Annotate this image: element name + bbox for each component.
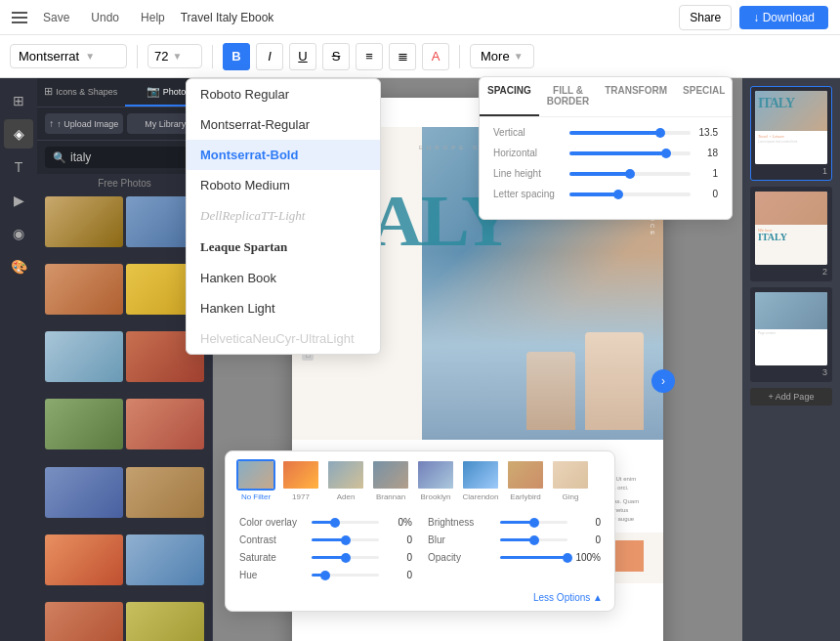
saturate-slider[interactable] [312, 556, 379, 559]
filter-label-brannan: Brannan [376, 492, 405, 501]
sidebar-icon-brand[interactable]: ◉ [4, 219, 33, 248]
filter-row-saturate: Saturate 0 [239, 552, 412, 563]
filter-item-1977[interactable]: 1977 [280, 459, 321, 501]
undo-button[interactable]: Undo [85, 9, 125, 26]
more-button[interactable]: More ▼ [470, 44, 534, 68]
font-option-hanken-book[interactable]: Hanken Book [187, 263, 380, 293]
font-size-selector[interactable]: 72 ▼ [147, 44, 202, 68]
page-thumbnail-3[interactable]: Page content 3 [750, 287, 832, 382]
photo-thumb[interactable] [126, 602, 204, 641]
color-overlay-value: 0% [385, 517, 412, 528]
spacing-tab-transform[interactable]: TRANSFORM [597, 77, 675, 116]
letterspacing-slider-fill [569, 192, 618, 196]
filter-controls-right: Brightness 0 Blur 0 Opacity [428, 517, 601, 580]
sidebar-icon-layout[interactable]: ⊞ [4, 86, 33, 115]
filter-item-no-filter[interactable]: No Filter [235, 459, 276, 501]
vertical-value: 13.5 [698, 127, 718, 138]
download-button[interactable]: ↓ Download [739, 6, 828, 29]
filter-item-aden[interactable]: Aden [325, 459, 366, 501]
share-button[interactable]: Share [679, 5, 732, 30]
page-preview-3: Page content [755, 292, 827, 365]
filter-row-brightness: Brightness 0 [428, 517, 601, 528]
toolbar-divider-2 [212, 45, 213, 68]
page-thumbnail-1[interactable]: ITALY Travel + Leisure Lorem ipsum text … [750, 86, 832, 181]
font-option-montserrat-bold[interactable]: Montserrat-Bold [187, 140, 380, 170]
photo-thumb[interactable] [126, 467, 204, 518]
blur-label: Blur [428, 534, 494, 545]
italic-button[interactable]: I [256, 43, 283, 70]
font-option-helvetica-ultra[interactable]: HelveticaNeuCyr-UltraLight [187, 323, 380, 354]
photo-thumb[interactable] [45, 399, 123, 449]
photo-thumb[interactable] [45, 602, 123, 641]
page-preview-2: We love ITALY [755, 192, 827, 265]
photo-thumb[interactable] [45, 331, 123, 382]
font-option-roboto-regular[interactable]: Roboto Regular [187, 79, 380, 109]
blur-slider[interactable] [500, 538, 567, 541]
filter-thumb-1977 [281, 459, 320, 491]
help-button[interactable]: Help [135, 9, 171, 26]
filter-item-earlybird[interactable]: Earlybird [505, 459, 546, 501]
less-options-button[interactable]: Less Options ▲ [226, 588, 614, 611]
photo-thumb[interactable] [45, 264, 123, 315]
photo-thumb[interactable] [126, 534, 204, 585]
text-color-button[interactable]: A [422, 43, 449, 70]
filter-label-1977: 1977 [292, 492, 310, 501]
spacing-tab-fill[interactable]: FILL & BORDER [539, 77, 597, 116]
sidebar-icon-text[interactable]: T [4, 152, 33, 182]
strikethrough-button[interactable]: S [322, 43, 350, 70]
spacing-row-lineheight: Line height 1 [493, 168, 718, 179]
page-thumbnail-2[interactable]: We love ITALY 2 [750, 187, 832, 281]
font-option-montserrat-regular[interactable]: Montserrat-Regular [187, 109, 380, 140]
filter-label-earlybird: Earlybird [510, 492, 541, 501]
lineheight-slider[interactable] [569, 172, 691, 176]
font-option-della-replica[interactable]: DellReplicaTT-Light [187, 200, 380, 232]
horizontal-slider[interactable] [569, 151, 691, 155]
menu-icon[interactable] [12, 12, 27, 23]
hue-slider[interactable] [312, 574, 379, 577]
filter-item-gingham[interactable]: Ging [550, 459, 591, 501]
letterspacing-slider[interactable] [569, 192, 691, 196]
filter-controls: Color overlay 0% Contrast 0 Saturate [226, 509, 614, 588]
underline-button[interactable]: U [289, 43, 316, 70]
sidebar-icon-graphics[interactable]: ◈ [4, 119, 33, 149]
vertical-slider[interactable] [569, 131, 691, 135]
sidebar-icon-theme[interactable]: 🎨 [4, 252, 33, 281]
photo-thumb[interactable] [45, 467, 123, 518]
bold-button[interactable]: B [223, 43, 250, 70]
search-input[interactable] [70, 150, 196, 164]
color-overlay-label: Color overlay [239, 517, 306, 528]
photo-thumb[interactable] [126, 399, 204, 449]
color-overlay-slider[interactable] [312, 521, 379, 524]
panel-tab-icons[interactable]: ⊞ Icons & Shapes [37, 78, 125, 107]
sidebar-icon-media[interactable]: ▶ [4, 186, 33, 215]
list-button[interactable]: ≣ [389, 43, 416, 70]
font-option-roboto-medium[interactable]: Roboto Medium [187, 170, 380, 200]
filter-item-clarendon[interactable]: Clarendon [460, 459, 501, 501]
contrast-slider[interactable] [312, 538, 379, 541]
save-button[interactable]: Save [37, 9, 75, 26]
opacity-slider[interactable] [500, 556, 567, 559]
filter-thumb-gingham [551, 459, 590, 491]
upload-image-button[interactable]: ↑ ↑ Upload Image [45, 113, 123, 134]
next-page-arrow[interactable]: › [651, 369, 675, 393]
filter-panel: No Filter 1977 Aden Brannan Brooklyn [225, 450, 615, 612]
align-button[interactable]: ≡ [356, 43, 383, 70]
font-family-selector[interactable]: Montserrat ▼ [10, 44, 127, 68]
search-icon: 🔍 [53, 151, 66, 164]
photo-thumb[interactable] [45, 196, 123, 247]
filter-item-brooklyn[interactable]: Brooklyn [415, 459, 456, 501]
spacing-tab-special[interactable]: SPECIAL [675, 77, 733, 116]
spacing-tab-spacing[interactable]: SPACING [480, 77, 539, 116]
chevron-down-icon-more: ▼ [514, 51, 524, 62]
lineheight-slider-thumb [625, 169, 635, 179]
saturate-label: Saturate [239, 552, 306, 563]
add-page-button[interactable]: + Add Page [750, 388, 832, 406]
blur-thumb [529, 535, 539, 545]
photo-thumb[interactable] [45, 534, 123, 585]
spacing-row-vertical: Vertical 13.5 [493, 127, 718, 138]
spacing-panel-tabs: SPACING FILL & BORDER TRANSFORM SPECIAL [480, 77, 732, 117]
font-option-league-spartan[interactable]: Leaque Spartan [187, 232, 380, 263]
brightness-slider[interactable] [500, 521, 567, 524]
font-option-hanken-light[interactable]: Hanken Light [187, 293, 380, 323]
filter-item-brannan[interactable]: Brannan [370, 459, 411, 501]
